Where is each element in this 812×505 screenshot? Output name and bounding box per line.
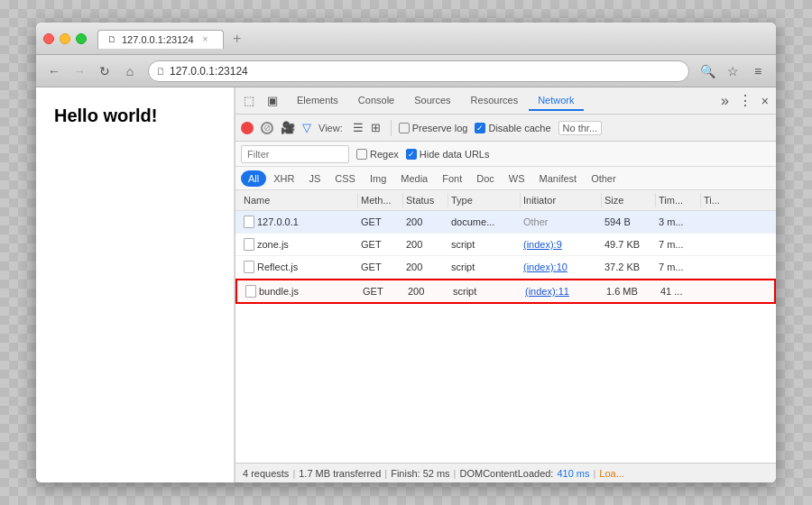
forward-button[interactable]: → xyxy=(69,60,90,82)
hide-data-urls-label: Hide data URLs xyxy=(420,149,490,160)
devtools-close-icon[interactable]: × xyxy=(758,94,772,108)
inspect-element-icon[interactable]: ⬚ xyxy=(239,91,259,111)
type-tab-css[interactable]: CSS xyxy=(328,170,363,187)
disable-cache-group: ✓ Disable cache xyxy=(475,123,550,133)
cell-status: 200 xyxy=(403,215,448,229)
disable-cache-checkbox[interactable]: ✓ xyxy=(475,123,485,133)
address-page-icon: 🗋 xyxy=(156,66,166,77)
network-table: Name Meth... Status Type Initiator Size … xyxy=(235,190,776,463)
device-toolbar-icon[interactable]: ▣ xyxy=(263,91,282,111)
cell-type: script xyxy=(448,260,521,274)
filter-icon[interactable]: ▽ xyxy=(302,121,311,134)
maximize-button[interactable] xyxy=(76,33,87,44)
tab-sources[interactable]: Sources xyxy=(405,91,459,111)
col-status: Status xyxy=(403,193,448,207)
more-tabs-icon[interactable]: » xyxy=(717,93,733,109)
tab-close-icon[interactable]: × xyxy=(203,34,208,44)
dom-content-loaded-value: 410 ms xyxy=(557,468,589,479)
cell-status: 200 xyxy=(403,237,448,252)
cell-size: 1.6 MB xyxy=(604,284,658,298)
tab-label: 127.0.0.1:23124 xyxy=(122,34,194,45)
cell-size: 37.2 KB xyxy=(602,260,656,274)
address-text: 127.0.0.1:23124 xyxy=(170,65,248,78)
type-tab-other[interactable]: Other xyxy=(584,170,623,187)
cell-size: 594 B xyxy=(602,215,656,229)
cell-status: 200 xyxy=(405,284,450,298)
group-view-icon[interactable]: ⊞ xyxy=(368,120,383,135)
tab-elements[interactable]: Elements xyxy=(288,91,347,111)
type-tab-all[interactable]: All xyxy=(241,170,266,187)
cell-initiator[interactable]: (index):10 xyxy=(521,260,602,274)
table-row[interactable]: 127.0.0.1 GET 200 docume... Other 594 B … xyxy=(235,211,776,234)
refresh-button[interactable]: ↻ xyxy=(94,60,115,82)
tab-area: 🗋 127.0.0.1:23124 × + xyxy=(97,29,769,49)
file-icon xyxy=(244,216,254,228)
cell-method: GET xyxy=(360,284,405,298)
type-tab-ws[interactable]: WS xyxy=(502,170,532,187)
search-icon[interactable]: 🔍 xyxy=(697,60,718,82)
minimize-button[interactable] xyxy=(60,33,70,44)
clear-button[interactable]: ⊘ xyxy=(261,122,273,134)
tab-console[interactable]: Console xyxy=(349,91,403,111)
regex-checkbox[interactable] xyxy=(356,149,367,160)
separator-1: | xyxy=(292,468,295,479)
cell-waterfall xyxy=(701,220,728,224)
cell-size: 49.7 KB xyxy=(602,237,656,252)
requests-count: 4 requests xyxy=(243,468,289,479)
menu-icon[interactable]: ≡ xyxy=(747,60,769,82)
separator xyxy=(391,120,392,136)
load-label: Loa... xyxy=(599,468,624,479)
col-time: Tim... xyxy=(656,193,701,207)
preserve-log-checkbox[interactable] xyxy=(399,123,410,133)
type-tab-font[interactable]: Font xyxy=(435,170,469,187)
bookmark-star-icon[interactable]: ☆ xyxy=(722,60,743,82)
table-row[interactable]: bundle.js GET 200 script (index):11 1.6 … xyxy=(235,279,776,304)
cell-time: 3 m... xyxy=(656,215,701,229)
close-button[interactable] xyxy=(43,33,54,44)
address-bar[interactable]: 🗋 127.0.0.1:23124 xyxy=(148,60,689,82)
list-view-icon[interactable]: ☰ xyxy=(350,120,366,135)
cell-initiator[interactable]: (index):11 xyxy=(522,284,604,298)
regex-label: Regex xyxy=(370,149,399,160)
cell-time: 41 ... xyxy=(658,284,703,298)
devtools-settings-icon[interactable]: ⋮ xyxy=(734,92,756,109)
tab-resources[interactable]: Resources xyxy=(462,91,528,111)
type-tab-doc[interactable]: Doc xyxy=(469,170,502,187)
dom-content-loaded-label: DOMContentLoaded: xyxy=(459,468,553,479)
cell-name: bundle.js xyxy=(243,283,360,299)
type-tab-xhr[interactable]: XHR xyxy=(266,170,301,187)
table-row[interactable]: zone.js GET 200 script (index):9 49.7 KB… xyxy=(235,234,776,256)
back-button[interactable]: ← xyxy=(43,60,65,82)
type-tab-img[interactable]: Img xyxy=(363,170,393,187)
cell-initiator[interactable]: (index):9 xyxy=(521,237,602,252)
hide-data-urls-group: ✓ Hide data URLs xyxy=(406,149,490,160)
tab-network[interactable]: Network xyxy=(529,91,583,111)
table-row[interactable]: Reflect.js GET 200 script (index):10 37.… xyxy=(235,256,776,279)
camera-icon[interactable]: 🎥 xyxy=(281,121,295,134)
type-tab-manifest[interactable]: Manifest xyxy=(532,170,585,187)
preserve-log-group: Preserve log xyxy=(399,123,468,133)
cell-name: zone.js xyxy=(241,236,358,252)
filter-input[interactable] xyxy=(241,145,349,163)
cell-status: 200 xyxy=(403,260,448,274)
new-tab-button[interactable]: + xyxy=(227,29,246,49)
col-initiator: Initiator xyxy=(521,193,602,207)
browser-content: Hello world! ⬚ ▣ Elements Console Source… xyxy=(36,87,776,482)
record-button[interactable] xyxy=(241,122,254,134)
throttle-select[interactable]: No thr... xyxy=(558,121,603,135)
cell-type: docume... xyxy=(448,215,521,229)
page-hello-world: Hello world! xyxy=(54,106,157,126)
traffic-lights xyxy=(43,33,87,44)
file-icon xyxy=(244,238,254,251)
devtools-panel: ⬚ ▣ Elements Console Sources Resources N… xyxy=(235,87,776,482)
type-tab-media[interactable]: Media xyxy=(393,170,435,187)
home-button[interactable]: ⌂ xyxy=(119,60,141,82)
type-tab-js[interactable]: JS xyxy=(301,170,328,187)
col-size: Size xyxy=(602,193,656,207)
hide-data-urls-checkbox[interactable]: ✓ xyxy=(406,149,417,160)
browser-tab[interactable]: 🗋 127.0.0.1:23124 × xyxy=(97,30,224,49)
view-buttons: ☰ ⊞ xyxy=(350,120,383,135)
col-waterfall: Ti... xyxy=(701,193,728,207)
title-bar: 🗋 127.0.0.1:23124 × + xyxy=(36,23,776,55)
cell-time: 7 m... xyxy=(656,237,701,252)
